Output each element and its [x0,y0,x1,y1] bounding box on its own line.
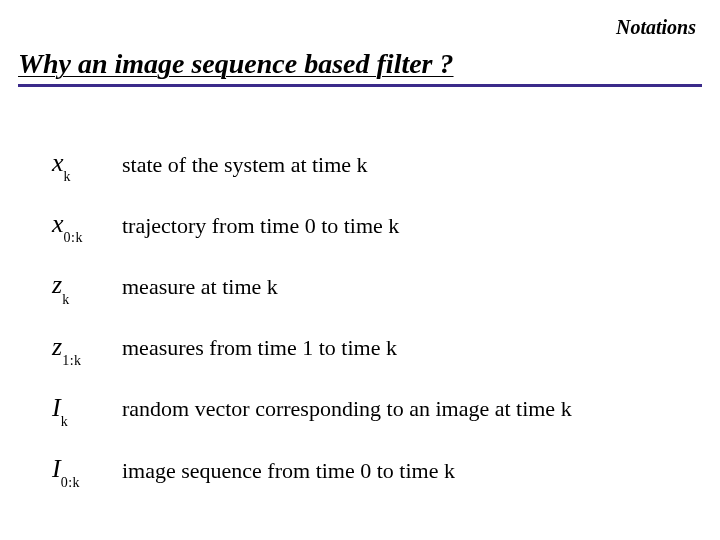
symbol-base: x [52,148,64,177]
definition-text: measures from time 1 to time k [122,335,397,361]
symbol: xk [52,148,122,181]
symbol-base: x [52,209,64,238]
definition-row: Ik random vector corresponding to an ima… [52,393,688,426]
symbol: I0:k [52,454,122,487]
definition-text: image sequence from time 0 to time k [122,458,455,484]
symbol-base: z [52,270,62,299]
definitions-list: xk state of the system at time k x0:k tr… [52,148,688,515]
symbol-sub: k [62,292,70,307]
title-block: Why an image sequence based filter ? [18,48,702,87]
symbol: x0:k [52,209,122,242]
definition-row: I0:k image sequence from time 0 to time … [52,454,688,487]
definition-text: state of the system at time k [122,152,368,178]
page-title: Why an image sequence based filter ? [18,48,702,80]
symbol-sub: 0:k [64,230,83,245]
symbol: z1:k [52,332,122,365]
symbol-sub: k [64,169,72,184]
definition-row: zk measure at time k [52,270,688,303]
definition-row: xk state of the system at time k [52,148,688,181]
definition-text: random vector corresponding to an image … [122,396,572,422]
symbol: Ik [52,393,122,426]
definition-row: z1:k measures from time 1 to time k [52,332,688,365]
symbol-base: I [52,454,61,483]
title-rule [18,84,702,87]
definition-row: x0:k trajectory from time 0 to time k [52,209,688,242]
symbol-sub: 1:k [62,353,81,368]
symbol-base: z [52,332,62,361]
corner-label: Notations [616,16,696,39]
symbol-sub: k [61,414,69,429]
definition-text: measure at time k [122,274,278,300]
symbol-sub: 0:k [61,475,80,490]
symbol: zk [52,270,122,303]
definition-text: trajectory from time 0 to time k [122,213,399,239]
symbol-base: I [52,393,61,422]
